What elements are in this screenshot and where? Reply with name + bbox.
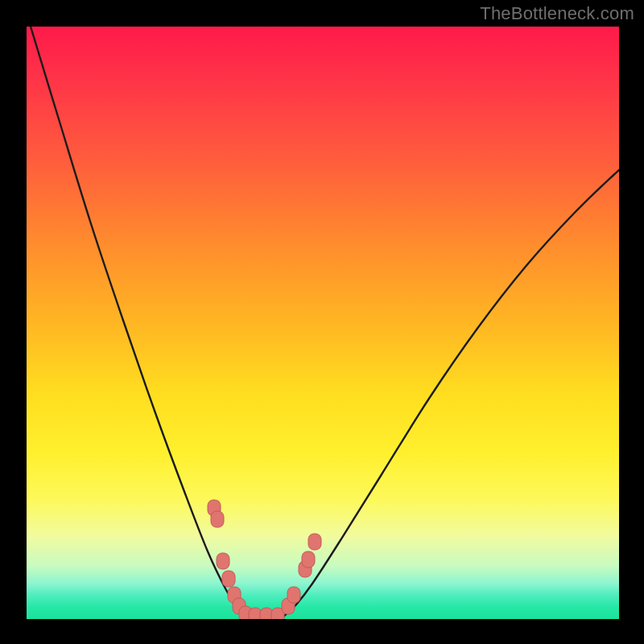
bottleneck-curve-right xyxy=(284,170,619,616)
data-marker xyxy=(222,571,235,587)
plot-area xyxy=(27,27,619,619)
bottleneck-curve-left xyxy=(31,27,246,616)
chart-frame: TheBottleneck.com xyxy=(0,0,644,644)
data-marker xyxy=(308,534,321,550)
watermark-text: TheBottleneck.com xyxy=(480,3,634,24)
chart-svg xyxy=(27,27,619,619)
marker-group xyxy=(208,500,321,619)
data-marker xyxy=(287,587,300,603)
data-marker xyxy=(302,551,315,568)
data-marker xyxy=(217,553,229,569)
data-marker xyxy=(211,511,224,527)
curve-group xyxy=(31,27,619,616)
